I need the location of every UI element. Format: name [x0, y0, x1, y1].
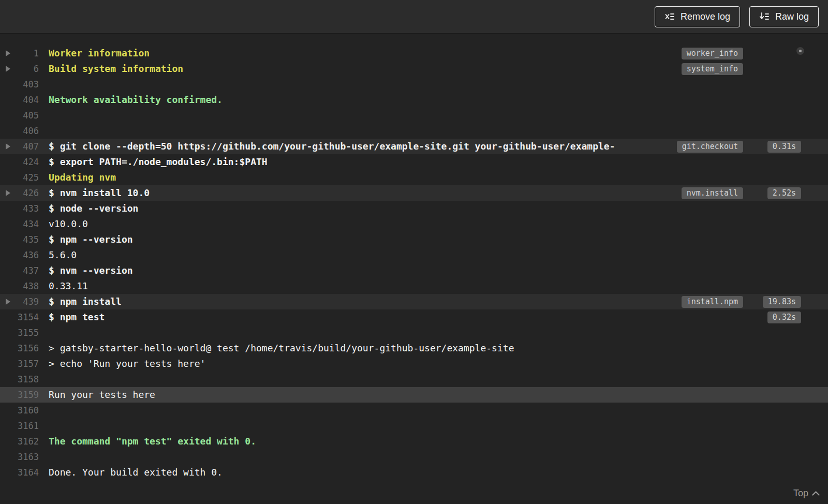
log-line: 424$ export PATH=./node_modules/.bin:$PA… — [0, 154, 828, 170]
log-line: 435$ npm --version — [0, 232, 828, 247]
fold-tag-badge: worker_info — [682, 48, 743, 60]
log-line: 3156> gatsby-starter-hello-world@ test /… — [0, 340, 828, 356]
line-number[interactable]: 433 — [0, 201, 39, 216]
log-text: $ node --version — [49, 201, 741, 216]
duration-badge: 0.32s — [767, 312, 801, 323]
raw-log-button[interactable]: Raw log — [749, 6, 819, 27]
fold-tag-badge: system_info — [682, 63, 743, 75]
remove-log-label: Remove log — [681, 11, 730, 22]
line-number[interactable]: 3163 — [0, 449, 39, 465]
line-number[interactable]: 437 — [0, 263, 39, 278]
log-line: 404Network availability confirmed. — [0, 92, 828, 108]
fold-tag-badge: git.checkout — [677, 141, 743, 153]
line-number[interactable]: 6 — [0, 61, 39, 77]
line-number[interactable]: 3154 — [0, 309, 39, 325]
remove-log-icon — [664, 11, 675, 22]
line-number[interactable]: 404 — [0, 92, 39, 108]
log-text: 0.33.11 — [49, 278, 741, 294]
log-text: $ git clone --depth=50 https://github.co… — [49, 139, 741, 154]
log-line: 3154$ npm test0.32s — [0, 309, 828, 325]
log-line: 4365.6.0 — [0, 247, 828, 263]
line-number[interactable]: 438 — [0, 278, 39, 294]
log-text: 5.6.0 — [49, 247, 741, 263]
log-line: 1Worker informationworker_info — [0, 46, 828, 61]
line-number[interactable]: 426 — [0, 185, 39, 201]
log-line: 3158 — [0, 372, 828, 387]
log-line: 6Build system informationsystem_info — [0, 61, 828, 77]
line-number[interactable]: 407 — [0, 139, 39, 154]
log-line: 406 — [0, 123, 828, 139]
log-lines: 1Worker informationworker_info6Build sys… — [0, 46, 828, 480]
line-number[interactable]: 3164 — [0, 465, 39, 480]
log-line: 3161 — [0, 418, 828, 434]
log-text: The command "npm test" exited with 0. — [49, 434, 741, 449]
log-line: 3160 — [0, 403, 828, 418]
line-number[interactable]: 3161 — [0, 418, 39, 434]
raw-log-label: Raw log — [775, 11, 809, 22]
line-number[interactable]: 436 — [0, 247, 39, 263]
line-number[interactable]: 406 — [0, 123, 39, 139]
log-line: 403 — [0, 77, 828, 92]
log-text: Done. Your build exited with 0. — [49, 465, 741, 480]
line-number[interactable]: 1 — [0, 46, 39, 61]
log-text: Updating nvm — [49, 170, 741, 185]
raw-log-icon — [759, 11, 770, 22]
log-line: 426$ nvm install 10.0nvm.install2.52s — [0, 185, 828, 201]
log-line: 3162The command "npm test" exited with 0… — [0, 434, 828, 449]
build-log: 1Worker informationworker_info6Build sys… — [0, 34, 828, 485]
log-anchor-dot[interactable] — [796, 47, 804, 55]
line-number[interactable]: 434 — [0, 216, 39, 232]
line-number[interactable]: 424 — [0, 154, 39, 170]
log-text: Network availability confirmed. — [49, 92, 741, 108]
line-number[interactable]: 3158 — [0, 372, 39, 387]
line-number[interactable]: 3160 — [0, 403, 39, 418]
line-number[interactable]: 3162 — [0, 434, 39, 449]
log-text: Worker information — [49, 46, 741, 61]
log-line: 425Updating nvm — [0, 170, 828, 185]
log-line: 434v10.0.0 — [0, 216, 828, 232]
duration-badge: 19.83s — [763, 296, 801, 308]
log-line: 439$ npm installinstall.npm19.83s — [0, 294, 828, 309]
log-text: $ export PATH=./node_modules/.bin:$PATH — [49, 154, 741, 170]
line-number[interactable]: 3156 — [0, 340, 39, 356]
log-text: > echo 'Run your tests here' — [49, 356, 741, 372]
line-number[interactable]: 405 — [0, 108, 39, 123]
line-number[interactable]: 3157 — [0, 356, 39, 372]
line-number[interactable]: 435 — [0, 232, 39, 247]
line-number[interactable]: 3155 — [0, 325, 39, 340]
log-line: 3157> echo 'Run your tests here' — [0, 356, 828, 372]
log-text: Run your tests here — [49, 387, 741, 403]
log-text: $ nvm --version — [49, 263, 741, 278]
log-text: $ nvm install 10.0 — [49, 185, 741, 201]
log-text: $ npm --version — [49, 232, 741, 247]
log-text: v10.0.0 — [49, 216, 741, 232]
fold-tag-badge: install.npm — [682, 296, 743, 308]
log-text: $ npm test — [49, 309, 741, 325]
caret-up-icon — [812, 491, 820, 496]
remove-log-button[interactable]: Remove log — [655, 6, 740, 27]
log-line: 405 — [0, 108, 828, 123]
line-number[interactable]: 425 — [0, 170, 39, 185]
log-line: 3159Run your tests here — [0, 387, 828, 403]
scroll-to-top-label: Top — [793, 488, 808, 499]
log-text: > gatsby-starter-hello-world@ test /home… — [49, 340, 741, 356]
log-line: 4380.33.11 — [0, 278, 828, 294]
log-line: 3163 — [0, 449, 828, 465]
scroll-to-top-link[interactable]: Top — [793, 488, 820, 499]
line-number[interactable]: 439 — [0, 294, 39, 309]
log-line: 3164Done. Your build exited with 0. — [0, 465, 828, 480]
log-toolbar: Remove log Raw log — [0, 0, 828, 34]
log-line: 437$ nvm --version — [0, 263, 828, 278]
fold-tag-badge: nvm.install — [682, 187, 743, 199]
log-line: 3155 — [0, 325, 828, 340]
log-line: 407$ git clone --depth=50 https://github… — [0, 139, 828, 154]
line-number[interactable]: 403 — [0, 77, 39, 92]
duration-badge: 2.52s — [767, 187, 801, 199]
log-text: Build system information — [49, 61, 741, 77]
log-text: $ npm install — [49, 294, 741, 309]
duration-badge: 0.31s — [767, 141, 801, 153]
log-line: 433$ node --version — [0, 201, 828, 216]
line-number[interactable]: 3159 — [0, 387, 39, 403]
